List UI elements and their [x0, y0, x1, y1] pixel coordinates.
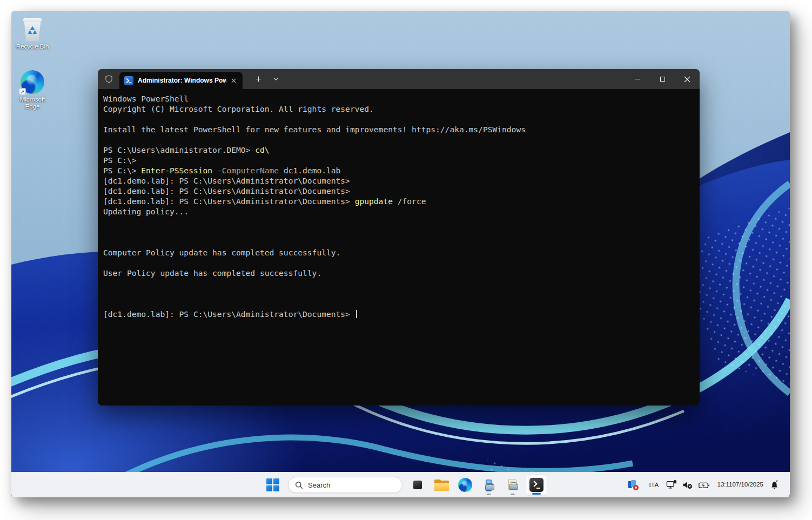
search-placeholder: Search: [308, 481, 330, 489]
svg-text:z: z: [776, 480, 778, 483]
tray-app-icon[interactable]: [628, 480, 639, 490]
terminal-line: [dc1.demo.lab]: PS C:\Users\Administrato…: [103, 309, 693, 319]
terminal-cursor: [356, 310, 357, 318]
terminal-titlebar[interactable]: Administrator: Windows Powe: [98, 69, 700, 89]
windows-terminal-button[interactable]: [526, 474, 547, 496]
task-view-button[interactable]: [407, 474, 428, 496]
battery-button[interactable]: [698, 472, 710, 497]
terminal-line: PS C:\> Enter-PSSession -ComputerName dc…: [103, 165, 693, 175]
file-explorer-button[interactable]: [431, 474, 452, 496]
minimize-icon: [635, 79, 640, 79]
terminal-line: Updating policy...: [103, 206, 693, 217]
terminal-line: [dc1.demo.lab]: PS C:\Users\Administrato…: [103, 175, 693, 186]
volume-button[interactable]: [682, 472, 693, 497]
search-input[interactable]: Search: [288, 477, 402, 493]
terminal-window: Administrator: Windows Powe Windows Powe…: [98, 69, 700, 406]
terminal-line: PS C:\>: [103, 155, 693, 165]
powershell-icon: [124, 76, 133, 85]
group-policy-management-button[interactable]: [502, 474, 524, 496]
windows-logo-icon: [266, 478, 279, 491]
terminal-line: Windows PowerShell: [103, 93, 693, 104]
terminal-line: [103, 237, 693, 247]
terminal-tab[interactable]: Administrator: Windows Powe: [119, 72, 243, 89]
terminal-line: PS C:\Users\administrator.DEMO> cd\: [103, 145, 693, 155]
notifications-button[interactable]: z: [770, 472, 779, 497]
desktop-screen: Recycle Bin Microsoft Edge Administrator…: [11, 11, 790, 497]
recycle-symbol-icon: [26, 25, 38, 37]
terminal-line: Install the latest PowerShell for new fe…: [103, 124, 693, 134]
terminal-line: [dc1.demo.lab]: PS C:\Users\Administrato…: [103, 196, 693, 206]
desktop-icon-microsoft-edge[interactable]: Microsoft Edge: [11, 70, 53, 110]
network-button[interactable]: [666, 472, 677, 497]
terminal-line: [103, 217, 693, 227]
maximize-button[interactable]: [650, 69, 675, 89]
desktop-icon-label: Recycle Bin: [16, 43, 49, 50]
taskbar: Search: [11, 472, 790, 497]
clock-time: 13:11: [717, 481, 733, 489]
network-icon: [666, 480, 677, 490]
server-manager-icon: [481, 476, 497, 494]
terminal-line: User Policy update has completed success…: [103, 268, 693, 278]
running-indicator: [487, 494, 491, 495]
desktop-icon-recycle-bin[interactable]: Recycle Bin: [11, 18, 53, 50]
group-policy-icon: [505, 476, 521, 494]
terminal-output[interactable]: Windows PowerShellCopyright (C) Microsof…: [98, 89, 700, 406]
terminal-line: [103, 258, 693, 268]
volume-muted-icon: [682, 481, 693, 489]
tab-close-button[interactable]: [229, 76, 238, 85]
maximize-icon: [660, 77, 665, 82]
search-icon: [295, 481, 303, 489]
edge-icon: [21, 70, 44, 94]
terminal-line: [103, 114, 693, 124]
start-button[interactable]: [262, 474, 284, 496]
admin-shield-icon: [104, 74, 113, 84]
terminal-line: Computer Policy update has completed suc…: [103, 247, 693, 258]
recycle-bin-icon: [23, 18, 42, 41]
new-tab-button[interactable]: [251, 73, 265, 86]
server-manager-button[interactable]: [478, 474, 500, 496]
close-button[interactable]: [675, 69, 700, 89]
terminal-line: Copyright (C) Microsoft Corporation. All…: [103, 104, 693, 114]
close-icon: [684, 76, 690, 83]
terminal-line: [103, 288, 693, 299]
terminal-line: [dc1.demo.lab]: PS C:\Users\Administrato…: [103, 186, 693, 196]
tray-app-alert-badge: [633, 485, 639, 490]
terminal-line: [103, 134, 693, 145]
terminal-line: [103, 278, 693, 288]
language-indicator[interactable]: ITA: [649, 472, 659, 497]
battery-charging-icon: [698, 481, 710, 489]
terminal-icon: [529, 478, 543, 492]
desktop-icon-label: Microsoft Edge: [16, 96, 49, 110]
active-running-indicator: [532, 493, 541, 495]
edge-icon: [458, 478, 472, 492]
tab-title: Administrator: Windows Powe: [138, 77, 226, 84]
clock[interactable]: 13:11 07/10/2025: [717, 472, 764, 497]
task-view-icon: [410, 477, 426, 493]
tab-dropdown-button[interactable]: [269, 73, 283, 86]
clock-date: 07/10/2025: [732, 481, 763, 489]
minimize-button[interactable]: [625, 69, 650, 89]
file-explorer-icon: [434, 480, 449, 491]
microsoft-edge-button[interactable]: [454, 474, 476, 496]
terminal-line: [103, 299, 693, 309]
shortcut-arrow-icon: [19, 88, 26, 95]
running-indicator: [511, 494, 515, 495]
terminal-line: [103, 227, 693, 237]
bell-do-not-disturb-icon: z: [770, 480, 779, 490]
